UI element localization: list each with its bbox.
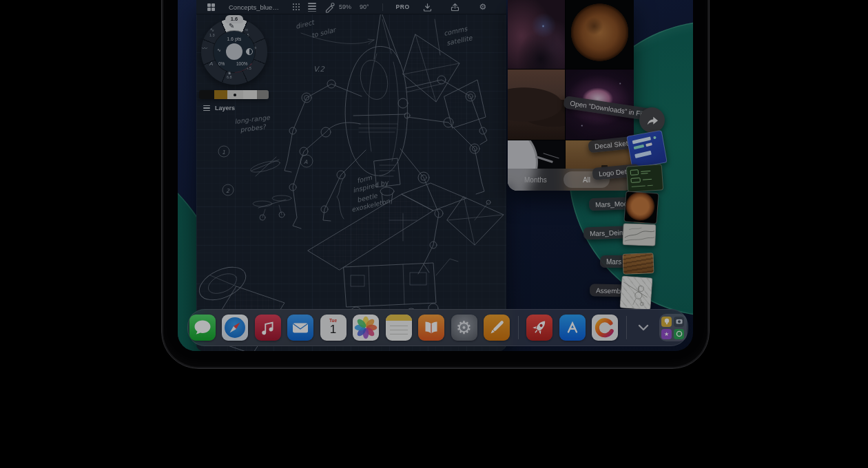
chevron-down-icon xyxy=(636,320,651,335)
concepts-c-swirl-icon xyxy=(592,315,618,341)
safari-app-icon[interactable] xyxy=(222,315,248,341)
flower-icon xyxy=(353,315,379,341)
calendar-app-icon[interactable]: Tue 1 xyxy=(320,315,347,341)
calendar-weekday: Tue xyxy=(329,318,337,323)
drag-thumb-decal-sheet[interactable] xyxy=(626,130,668,169)
share-forward-button[interactable] xyxy=(639,107,665,133)
lightbulb-mini-icon xyxy=(661,317,672,327)
dock-collapse-chevron-button[interactable] xyxy=(634,319,652,337)
camera-mini-icon xyxy=(674,317,684,327)
photos-app-icon[interactable] xyxy=(353,315,379,341)
notes-app-icon[interactable] xyxy=(386,315,412,341)
open-book-icon xyxy=(418,315,444,341)
speech-bubble-icon xyxy=(189,315,216,341)
calendar-day: 1 xyxy=(330,323,336,335)
app-store-a-icon xyxy=(559,315,586,341)
app-library-icon[interactable]: ★ xyxy=(659,314,687,341)
clock-mini-icon xyxy=(674,329,684,339)
drag-thumb-mars-painting[interactable] xyxy=(622,253,654,275)
mail-app-icon[interactable] xyxy=(287,315,313,341)
drag-thumb-mars-deimos[interactable] xyxy=(622,223,656,246)
drag-thumb-mars-model[interactable] xyxy=(623,191,659,224)
dock-divider xyxy=(518,316,519,339)
star-mini-icon: ★ xyxy=(661,329,672,339)
drag-thumb-assembly-sketch[interactable] xyxy=(619,275,652,310)
pen-icon xyxy=(484,315,510,341)
messages-app-icon[interactable] xyxy=(189,315,216,341)
sketch-pen-app-icon[interactable] xyxy=(484,315,510,341)
dock: Tue 1 ⚙ xyxy=(187,309,688,346)
rocket-app-icon[interactable] xyxy=(526,315,552,341)
settings-app-icon[interactable]: ⚙ xyxy=(451,315,477,341)
envelope-icon xyxy=(287,315,313,341)
forward-arrow-icon xyxy=(645,114,660,126)
drag-thumb-logo-sketch[interactable] xyxy=(626,164,664,193)
drag-and-drop-layer: Open “Downloads” in Files Decal Sketches… xyxy=(178,0,693,351)
rocket-icon xyxy=(526,315,552,341)
music-app-icon[interactable] xyxy=(255,315,281,341)
dock-divider xyxy=(626,316,627,339)
app-store-icon[interactable] xyxy=(559,315,586,341)
scene: direct to solar comms satellite V.2 long… xyxy=(0,0,868,468)
compass-needle-icon xyxy=(222,315,248,341)
gear-icon: ⚙ xyxy=(456,319,472,337)
ipad-screen: direct to solar comms satellite V.2 long… xyxy=(178,0,693,351)
music-note-icon xyxy=(255,315,281,341)
concepts-app-icon[interactable] xyxy=(592,315,618,341)
books-app-icon[interactable] xyxy=(418,315,444,341)
